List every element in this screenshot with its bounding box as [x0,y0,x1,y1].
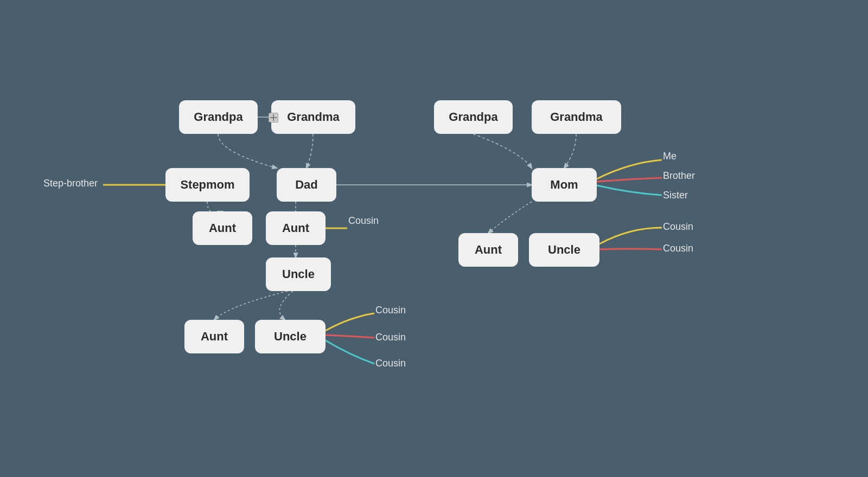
cousin5-label: Cousin [375,332,406,343]
uncle2-label: Uncle [548,243,580,257]
uncle3-label: Uncle [274,330,307,344]
cousin2-label: Cousin [663,221,693,233]
sister-label: Sister [663,190,688,201]
aunt2-node[interactable]: Aunt [266,211,326,245]
dad-node[interactable]: Dad [277,168,336,202]
grandpa2-node[interactable]: Grandpa [434,100,513,134]
me-label: Me [663,151,676,162]
uncle2-node[interactable]: Uncle [529,233,599,267]
cousin4-label: Cousin [375,305,406,316]
grid-icon [269,113,278,123]
grandma2-label: Grandma [550,110,603,124]
brother-label: Brother [663,170,695,182]
uncle3-node[interactable]: Uncle [255,320,326,353]
uncle1-label: Uncle [282,267,315,281]
mom-node[interactable]: Mom [532,168,597,202]
aunt4-node[interactable]: Aunt [184,320,244,353]
aunt1-node[interactable]: Aunt [193,211,252,245]
aunt1-label: Aunt [209,221,236,235]
aunt4-label: Aunt [201,330,228,344]
cousin1-label: Cousin [348,215,379,227]
grandpa2-label: Grandpa [449,110,497,124]
aunt3-node[interactable]: Aunt [458,233,518,267]
grandma2-node[interactable]: Grandma [532,100,621,134]
grandpa1-node[interactable]: Grandpa [179,100,258,134]
aunt2-label: Aunt [282,221,309,235]
grandpa1-label: Grandpa [194,110,242,124]
dad-label: Dad [295,178,318,192]
connections-svg [0,0,868,477]
cousin6-label: Cousin [375,358,406,369]
aunt3-label: Aunt [475,243,502,257]
stepbrother-label: Step-brother [43,178,98,189]
uncle1-node[interactable]: Uncle [266,257,331,291]
stepmom-node[interactable]: Stepmom [165,168,250,202]
cousin3-label: Cousin [663,243,693,254]
grandma1-node[interactable]: Grandma [271,100,355,134]
grandma1-label: Grandma [287,110,340,124]
stepmom-label: Stepmom [180,178,234,192]
mom-label: Mom [550,178,578,192]
